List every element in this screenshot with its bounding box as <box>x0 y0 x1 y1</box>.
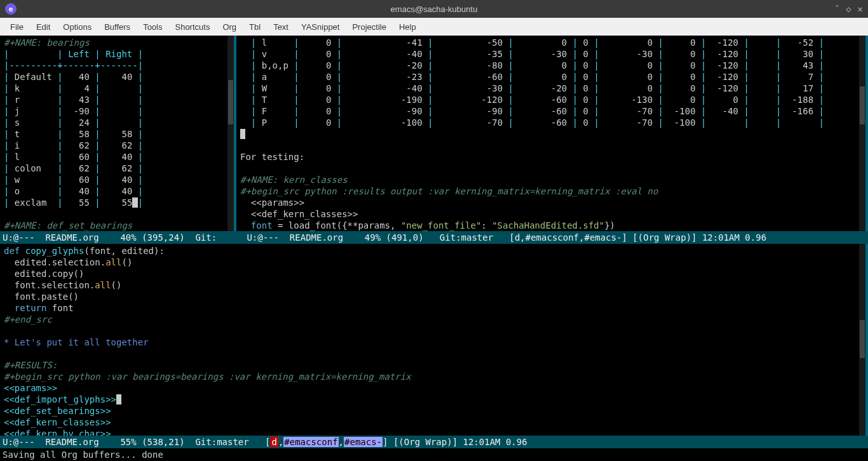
scrollbar[interactable] <box>227 36 234 231</box>
menu-edit[interactable]: Edit <box>30 20 57 34</box>
menu-options[interactable]: Options <box>57 20 98 34</box>
minibuffer[interactable]: Saving all Org buffers... done <box>0 448 868 461</box>
flag-d: d <box>515 232 520 243</box>
pane-top-right[interactable]: | l | 0 | -41 | -50 | 0 | 0 | 0 | 0 | -1… <box>236 36 868 231</box>
titlebar: e emacs@sacha-kubuntu ˅ ◇ ✕ <box>0 0 868 18</box>
pane-bottom[interactable]: def copy_glyphs(font, edited): edited.se… <box>0 244 868 436</box>
emacs-app-icon: e <box>5 3 17 15</box>
window-controls: ˅ ◇ ✕ <box>835 4 863 14</box>
window-title: emacs@sacha-kubuntu <box>391 4 478 14</box>
irc-chan: #emacsconf <box>283 437 338 447</box>
irc-chan: #emacs- <box>344 437 383 447</box>
flag-d: d <box>270 437 278 447</box>
irc-chan: #emacs- <box>584 232 621 243</box>
menu-projectile[interactable]: Projectile <box>346 20 392 34</box>
menubar: File Edit Options Buffers Tools Shortcut… <box>0 18 868 36</box>
menu-tbl[interactable]: Tbl <box>243 20 267 34</box>
irc-chan: #emacsconf <box>526 232 579 243</box>
modeline-bottom: U:@--- README.org 55% (538,21) Git:maste… <box>0 436 868 448</box>
menu-file[interactable]: File <box>4 20 30 34</box>
menu-shortcuts[interactable]: Shortcuts <box>168 20 216 34</box>
menu-yasnippet[interactable]: YASnippet <box>295 20 346 34</box>
scrollbar[interactable] <box>859 36 865 231</box>
pane-top-left[interactable]: #+NAME: bearings | | Left | Right | |---… <box>0 36 236 231</box>
menu-org[interactable]: Org <box>216 20 243 34</box>
scrollbar[interactable] <box>859 244 865 436</box>
menu-text[interactable]: Text <box>267 20 295 34</box>
menu-tools[interactable]: Tools <box>137 20 168 34</box>
maximize-icon[interactable]: ◇ <box>846 4 851 14</box>
menu-buffers[interactable]: Buffers <box>98 20 137 34</box>
menu-help[interactable]: Help <box>393 20 423 34</box>
close-icon[interactable]: ✕ <box>858 4 863 14</box>
minimize-icon[interactable]: ˅ <box>835 4 839 14</box>
modeline-top: U:@--- README.org 40% (395,24) Git: U:@-… <box>0 231 868 244</box>
